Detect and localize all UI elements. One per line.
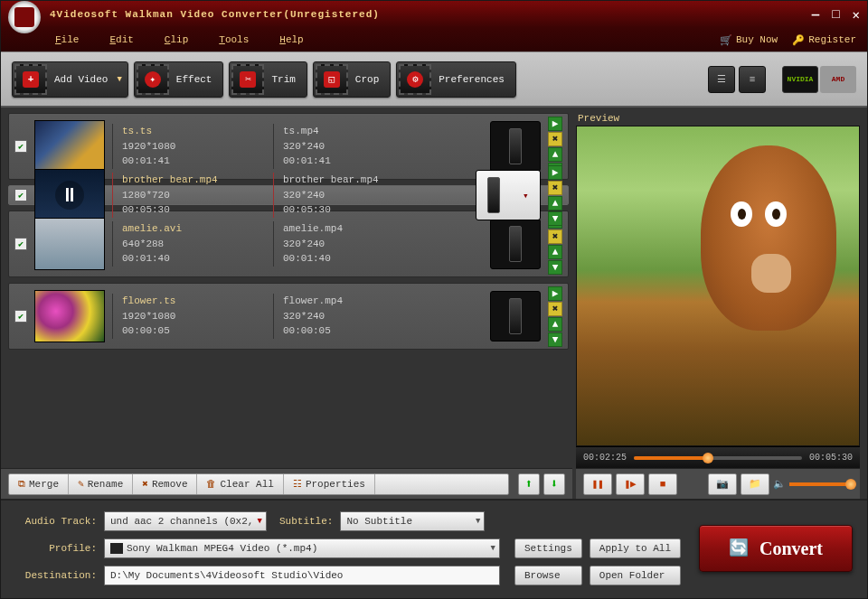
add-video-icon: + bbox=[14, 64, 47, 95]
file-checkbox[interactable]: ✔ bbox=[14, 189, 27, 201]
browse-button[interactable]: Browse bbox=[514, 566, 582, 585]
stop-button[interactable]: ■ bbox=[648, 473, 677, 495]
buy-now-link[interactable]: 🛒Buy Now bbox=[720, 34, 778, 46]
subtitle-select[interactable]: No Subtitle bbox=[340, 511, 485, 531]
file-thumbnail bbox=[34, 218, 105, 270]
row-up-button[interactable]: ▲ bbox=[548, 245, 562, 259]
file-checkbox[interactable]: ✔ bbox=[14, 140, 27, 153]
row-up-button[interactable]: ▲ bbox=[548, 317, 562, 332]
properties-icon: ☷ bbox=[293, 478, 302, 490]
row-down-button[interactable]: ▼ bbox=[548, 260, 562, 275]
preview-panel bbox=[576, 126, 860, 446]
rename-button[interactable]: ✎Rename bbox=[69, 474, 133, 494]
view-list-button[interactable]: ☰ bbox=[708, 66, 735, 93]
preferences-button[interactable]: ⚙ Preferences bbox=[396, 61, 516, 98]
maximize-button[interactable]: □ bbox=[832, 7, 839, 23]
trim-icon: ✂ bbox=[231, 64, 264, 95]
preview-controls: ❚❚ ❚▶ ■ 📷 📁 🔈 bbox=[576, 468, 860, 499]
file-name: flower.ts bbox=[122, 294, 266, 309]
merge-icon: ⧉ bbox=[18, 479, 25, 490]
crop-button[interactable]: ◱ Crop bbox=[313, 61, 391, 98]
volume-slider[interactable] bbox=[789, 482, 853, 486]
file-name: brother bear.mp4 bbox=[122, 173, 266, 188]
file-checkbox[interactable]: ✔ bbox=[14, 238, 27, 250]
destination-label: Destination: bbox=[15, 570, 97, 581]
merge-button[interactable]: ⧉Merge bbox=[9, 474, 69, 494]
subtitle-label: Subtitle: bbox=[279, 516, 333, 527]
output-resolution: 320*240 bbox=[283, 188, 409, 203]
add-video-button[interactable]: + Add Video▼ bbox=[12, 61, 128, 98]
file-duration: 00:05:30 bbox=[122, 202, 266, 218]
move-up-button[interactable]: ⬆ bbox=[518, 473, 540, 495]
row-remove-button[interactable]: ✖ bbox=[548, 132, 562, 146]
file-row[interactable]: ✔ flower.ts 1920*1080 00:00:05 flower.mp… bbox=[8, 283, 569, 350]
row-run-button[interactable]: ▶ bbox=[548, 165, 562, 180]
output-name: amelie.mp4 bbox=[283, 221, 409, 237]
apply-all-button[interactable]: Apply to All bbox=[590, 538, 681, 558]
row-remove-button[interactable]: ✖ bbox=[548, 302, 562, 316]
row-remove-button[interactable]: ✖ bbox=[548, 229, 562, 244]
rename-icon: ✎ bbox=[78, 478, 84, 490]
audio-track-select[interactable]: und aac 2 channels (0x2, bbox=[104, 511, 267, 531]
row-run-button[interactable]: ▶ bbox=[548, 286, 562, 301]
file-duration: 00:01:40 bbox=[122, 251, 266, 267]
register-link[interactable]: 🔑Register bbox=[792, 34, 856, 46]
output-duration: 00:05:30 bbox=[283, 202, 409, 218]
file-row[interactable]: ✔ amelie.avi 640*288 00:01:40 amelie.mp4… bbox=[8, 211, 569, 277]
view-detail-button[interactable]: ≡ bbox=[739, 66, 766, 93]
settings-button[interactable]: Settings bbox=[514, 538, 582, 558]
menu-help[interactable]: Help bbox=[279, 34, 303, 45]
destination-input[interactable]: D:\My Documents\4Videosoft Studio\Video bbox=[104, 566, 500, 585]
menu-file[interactable]: File bbox=[55, 34, 79, 45]
remove-button[interactable]: ✖Remove bbox=[133, 474, 197, 494]
effect-button[interactable]: ✦ Effect bbox=[134, 61, 224, 98]
profile-label: Profile: bbox=[15, 543, 97, 554]
row-down-button[interactable]: ▼ bbox=[548, 332, 562, 347]
toolbar: + Add Video▼ ✦ Effect ✂ Trim ◱ Crop ⚙ Pr… bbox=[1, 51, 867, 108]
row-remove-button[interactable]: ✖ bbox=[548, 181, 562, 195]
output-resolution: 320*240 bbox=[283, 309, 409, 324]
file-name: amelie.avi bbox=[122, 221, 266, 237]
snapshot-button[interactable]: 📷 bbox=[708, 473, 737, 495]
move-down-button[interactable]: ⬇ bbox=[543, 473, 565, 495]
pause-button[interactable]: ❚❚ bbox=[583, 473, 612, 495]
open-folder-button[interactable]: Open Folder bbox=[590, 566, 681, 585]
file-row[interactable]: ✔ brother bear.mp4 1280*720 00:05:30 bro… bbox=[8, 185, 569, 205]
close-button[interactable]: ✕ bbox=[853, 7, 860, 23]
key-icon: 🔑 bbox=[792, 34, 805, 46]
file-resolution: 1920*1080 bbox=[122, 139, 266, 154]
file-checkbox[interactable]: ✔ bbox=[14, 310, 27, 323]
title-bar: 4Videosoft Walkman Video Converter(Unreg… bbox=[1, 1, 867, 28]
minimize-button[interactable]: — bbox=[812, 7, 819, 23]
menu-edit[interactable]: Edit bbox=[109, 34, 133, 45]
row-up-button[interactable]: ▲ bbox=[548, 147, 562, 162]
time-current: 00:02:25 bbox=[583, 453, 627, 463]
cart-icon: 🛒 bbox=[720, 34, 732, 46]
row-up-button[interactable]: ▲ bbox=[548, 196, 562, 211]
audio-track-label: Audio Track: bbox=[15, 516, 97, 527]
device-preview bbox=[490, 291, 541, 342]
file-thumbnail bbox=[34, 120, 105, 173]
list-actions-bar: ⧉Merge ✎Rename ✖Remove 🗑Clear All ☷Prope… bbox=[1, 468, 572, 499]
trim-button[interactable]: ✂ Trim bbox=[229, 61, 307, 98]
remove-icon: ✖ bbox=[142, 478, 148, 490]
gpu-nvidia-badge: NVIDIA bbox=[782, 66, 818, 93]
crop-icon: ◱ bbox=[316, 64, 348, 95]
profile-select[interactable]: Sony Walkman MPEG4 Video (*.mp4) bbox=[104, 538, 500, 558]
device-preview bbox=[490, 121, 541, 172]
clear-all-button[interactable]: 🗑Clear All bbox=[197, 474, 283, 494]
row-run-button[interactable]: ▶ bbox=[548, 117, 562, 131]
open-snapshots-button[interactable]: 📁 bbox=[741, 473, 769, 495]
menu-tools[interactable]: Tools bbox=[219, 34, 249, 45]
device-dropdown[interactable]: ▾ bbox=[476, 170, 541, 220]
seek-slider[interactable] bbox=[634, 456, 802, 460]
properties-button[interactable]: ☷Properties bbox=[284, 474, 375, 494]
output-resolution: 320*240 bbox=[283, 237, 409, 252]
time-total: 00:05:30 bbox=[809, 453, 853, 463]
convert-button[interactable]: 🔄 Convert bbox=[699, 525, 853, 572]
clear-icon: 🗑 bbox=[206, 478, 216, 490]
row-down-button[interactable]: ▼ bbox=[548, 211, 562, 226]
menu-clip[interactable]: Clip bbox=[165, 34, 188, 45]
file-resolution: 640*288 bbox=[122, 237, 266, 252]
step-button[interactable]: ❚▶ bbox=[616, 473, 645, 495]
